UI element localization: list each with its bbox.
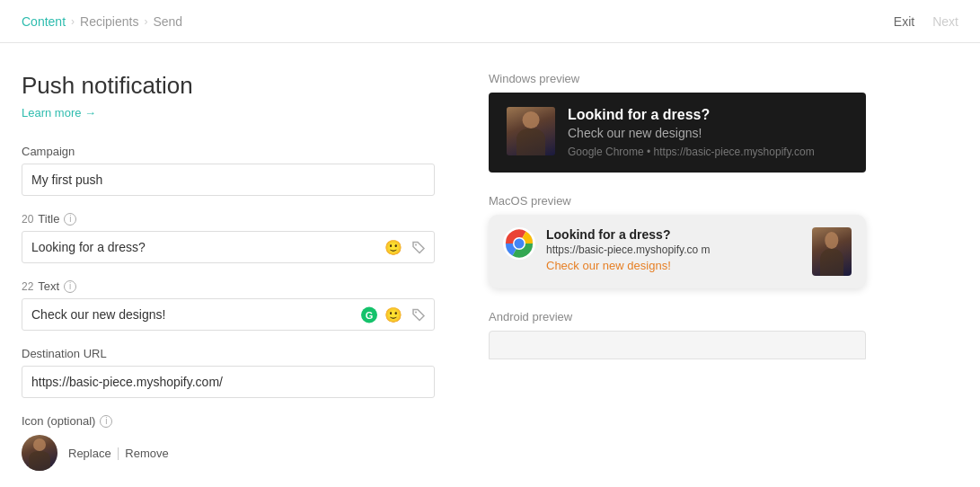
macos-thumbnail-image (812, 227, 852, 276)
windows-preview-text: Check our new designs! (568, 126, 848, 140)
form-section: Campaign 20 Title i 🙂 (22, 145, 435, 471)
left-panel: Push notification Learn more → Campaign … (22, 72, 471, 471)
top-navigation: Content › Recipients › Send Exit Next (0, 0, 980, 43)
nav-step-send[interactable]: Send (153, 14, 182, 29)
title-field-group: 20 Title i 🙂 (22, 212, 435, 263)
macos-preview-content: Lookind for a dress? https://basic-piece… (546, 227, 801, 272)
icon-info-icon[interactable]: i (100, 415, 112, 428)
title-input-wrapper: 🙂 (22, 231, 435, 263)
svg-point-5 (515, 239, 525, 249)
android-preview-label: Android preview (489, 310, 958, 323)
title-label: 20 Title i (22, 212, 435, 226)
url-label: Destination URL (22, 347, 435, 360)
main-container: Push notification Learn more → Campaign … (0, 43, 980, 487)
url-field-group: Destination URL (22, 347, 435, 398)
title-label-text: Title (38, 212, 59, 226)
breadcrumb-steps: Content › Recipients › Send (22, 14, 894, 29)
chevron-icon-2: › (144, 15, 147, 28)
windows-thumbnail-image (507, 107, 555, 155)
text-label-text: Text (38, 279, 59, 293)
icon-thumbnail (22, 435, 57, 471)
icon-thumbnail-image (22, 435, 57, 471)
icon-action-buttons: Replace | Remove (68, 446, 169, 460)
right-panel: Windows preview Lookind for a dress? Che… (471, 72, 958, 471)
replace-icon-button[interactable]: Replace (68, 447, 111, 460)
macos-preview-text: Check our new designs! (546, 259, 801, 272)
url-label-text: Destination URL (22, 347, 107, 360)
campaign-input[interactable] (22, 164, 435, 196)
android-preview-section: Android preview (489, 310, 958, 359)
text-input-wrapper: G 🙂 (22, 298, 435, 331)
campaign-label-text: Campaign (22, 145, 75, 158)
nav-step-content[interactable]: Content (22, 14, 66, 29)
text-char-count: 22 (22, 280, 33, 293)
windows-preview-label: Windows preview (489, 72, 958, 85)
title-tag-button[interactable] (410, 238, 428, 256)
text-tag-button[interactable] (410, 305, 428, 323)
windows-preview-thumbnail (507, 107, 555, 155)
windows-preview-content: Lookind for a dress? Check our new desig… (568, 107, 848, 158)
text-label: 22 Text i (22, 279, 435, 293)
macos-preview-section: MacOS preview (489, 194, 958, 288)
android-preview-card (489, 331, 866, 359)
campaign-label: Campaign (22, 145, 435, 158)
icon-optional-section: Icon (optional) i Replace | Remove (22, 414, 435, 471)
remove-icon-button[interactable]: Remove (125, 447, 168, 460)
macos-preview-label: MacOS preview (489, 194, 958, 208)
macos-preview-card: Lookind for a dress? https://basic-piece… (489, 215, 866, 288)
title-char-count: 20 (22, 213, 33, 226)
text-info-icon[interactable]: i (64, 280, 76, 293)
title-info-icon[interactable]: i (64, 213, 76, 226)
nav-step-recipients[interactable]: Recipients (80, 14, 138, 29)
text-input-icons: G 🙂 (361, 305, 428, 325)
text-field-group: 22 Text i G 🙂 (22, 279, 435, 331)
macos-preview-url: https://basic-piece.myshopify.co m (546, 244, 801, 256)
title-input[interactable] (22, 231, 435, 263)
title-input-icons: 🙂 (383, 237, 428, 258)
grammarly-icon: G (361, 306, 377, 323)
text-emoji-button[interactable]: 🙂 (383, 305, 404, 325)
macos-preview-thumbnail (812, 227, 852, 276)
title-emoji-button[interactable]: 🙂 (383, 237, 404, 258)
chevron-icon-1: › (71, 15, 75, 28)
next-button[interactable]: Next (932, 14, 958, 29)
windows-preview-source: Google Chrome • https://basic-piece.mysh… (568, 146, 848, 158)
icon-label-text: Icon (optional) (22, 414, 95, 428)
chrome-icon (503, 227, 535, 260)
windows-preview-card: Lookind for a dress? Check our new desig… (489, 93, 866, 173)
icon-action-separator: | (117, 446, 120, 460)
url-input[interactable] (22, 366, 435, 398)
svg-point-1 (415, 311, 417, 313)
svg-point-0 (415, 244, 417, 245)
windows-preview-section: Windows preview Lookind for a dress? Che… (489, 72, 958, 173)
macos-preview-title: Lookind for a dress? (546, 227, 801, 242)
icon-preview-row: Replace | Remove (22, 435, 435, 471)
windows-preview-title: Lookind for a dress? (568, 107, 848, 123)
learn-more-link[interactable]: Learn more → (22, 106, 96, 120)
exit-button[interactable]: Exit (894, 14, 914, 29)
page-title: Push notification (22, 72, 435, 100)
campaign-field-group: Campaign (22, 145, 435, 196)
icon-label: Icon (optional) i (22, 414, 435, 428)
nav-actions: Exit Next (894, 14, 958, 29)
